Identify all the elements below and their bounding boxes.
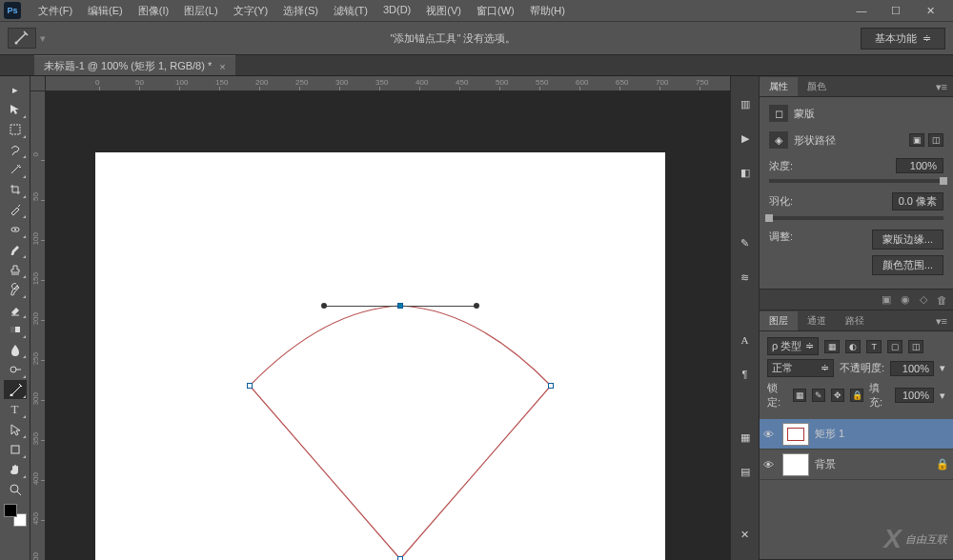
layer-row[interactable]: 👁 背景 🔒 <box>760 450 953 480</box>
filter-smart-icon[interactable]: ◫ <box>908 340 923 353</box>
footer-icon[interactable]: ◉ <box>901 293 910 306</box>
tab-color[interactable]: 颜色 <box>798 77 836 96</box>
layer-thumb[interactable] <box>782 423 809 446</box>
feather-value[interactable]: 0.0 像素 <box>892 192 943 210</box>
brush-presets-icon[interactable]: ≋ <box>737 269 754 286</box>
brush-tool[interactable] <box>4 240 27 259</box>
actions-panel-icon[interactable]: ▶ <box>737 130 754 147</box>
swatches-panel-icon[interactable]: ◧ <box>737 164 754 181</box>
crop-tool[interactable] <box>4 180 27 199</box>
move-tool[interactable] <box>4 100 27 119</box>
anchor-point-selected[interactable] <box>397 303 403 309</box>
layer-filter[interactable]: ρ 类型≑ <box>767 337 819 355</box>
footer-icon[interactable]: ▣ <box>882 293 891 306</box>
zoom-tool[interactable] <box>4 480 27 499</box>
close-button[interactable]: ✕ <box>919 3 942 18</box>
close-panel-icon[interactable]: ✕ <box>737 526 754 543</box>
menu-window[interactable]: 窗口(W) <box>469 1 522 21</box>
vector-mask-icon[interactable]: ◫ <box>928 133 943 147</box>
menu-view[interactable]: 视图(V) <box>418 1 469 21</box>
tab-paths[interactable]: 路径 <box>836 311 874 330</box>
filter-image-icon[interactable]: ▦ <box>824 340 840 353</box>
menu-select[interactable]: 选择(S) <box>275 1 326 21</box>
type-tool[interactable]: T <box>4 400 27 419</box>
wand-tool[interactable] <box>4 160 27 179</box>
marquee-tool[interactable] <box>4 120 27 139</box>
feather-slider[interactable] <box>769 216 943 220</box>
bezier-handle[interactable] <box>474 303 479 309</box>
footer-icon[interactable]: ◇ <box>920 293 927 306</box>
filter-type-icon[interactable]: T <box>866 340 882 353</box>
fill-input[interactable]: 100% <box>895 388 934 403</box>
foreground-color[interactable] <box>4 504 17 517</box>
menu-3d[interactable]: 3D(D) <box>375 1 418 21</box>
lock-all-icon[interactable]: 🔒 <box>850 389 863 402</box>
history-panel-icon[interactable]: ▥ <box>737 95 754 112</box>
history-brush-tool[interactable] <box>4 280 27 299</box>
color-range-button[interactable]: 颜色范围... <box>872 255 943 275</box>
gradient-tool[interactable] <box>4 320 27 339</box>
canvas-area[interactable]: 0501001502002503003504004505005506006507… <box>30 76 730 560</box>
ruler-vertical[interactable]: 050100150200250300350400450500550600 <box>30 91 46 560</box>
panel-menu-icon[interactable]: ▾≡ <box>930 312 953 330</box>
density-slider[interactable] <box>769 179 943 183</box>
opacity-input[interactable]: 100% <box>890 361 934 376</box>
menu-type[interactable]: 文字(Y) <box>226 1 276 21</box>
layer-name[interactable]: 矩形 1 <box>815 427 844 441</box>
ruler-horizontal[interactable]: 0501001502002503003504004505005506006507… <box>46 76 730 91</box>
anchor-point[interactable] <box>397 556 403 560</box>
color-swatches[interactable] <box>4 504 27 527</box>
layer-thumb[interactable] <box>782 453 809 476</box>
anchor-point[interactable] <box>247 383 253 389</box>
lock-pos-icon[interactable]: ✥ <box>831 389 844 402</box>
layer-row[interactable]: 👁 矩形 1 <box>760 419 953 450</box>
visibility-icon[interactable]: 👁 <box>763 459 777 470</box>
brush-panel-icon[interactable]: ✎ <box>737 234 754 251</box>
tab-close-icon[interactable]: × <box>219 61 225 72</box>
maximize-button[interactable]: ☐ <box>884 3 907 18</box>
filter-shape-icon[interactable]: ▢ <box>887 340 902 353</box>
lock-trans-icon[interactable]: ▦ <box>793 389 806 402</box>
anchor-point[interactable] <box>548 383 554 389</box>
shape-tool[interactable] <box>4 440 27 459</box>
adjustments-panel-icon[interactable]: ▤ <box>737 463 754 480</box>
mask-edge-button[interactable]: 蒙版边缘... <box>872 230 943 250</box>
bezier-handle[interactable] <box>321 303 327 309</box>
menu-help[interactable]: 帮助(H) <box>522 1 573 21</box>
current-tool-icon[interactable] <box>8 28 36 49</box>
vector-shape[interactable] <box>95 152 665 560</box>
lasso-tool[interactable] <box>4 140 27 159</box>
menu-layer[interactable]: 图层(L) <box>176 1 225 21</box>
paragraph-panel-icon[interactable]: ¶ <box>737 366 754 383</box>
eraser-tool[interactable] <box>4 300 27 319</box>
panel-menu-icon[interactable]: ▾≡ <box>930 78 953 96</box>
menu-file[interactable]: 文件(F) <box>30 1 80 21</box>
minimize-button[interactable]: — <box>850 3 873 18</box>
tab-properties[interactable]: 属性 <box>760 77 798 96</box>
workspace-switcher[interactable]: 基本功能≑ <box>861 28 945 50</box>
character-panel-icon[interactable]: A <box>737 331 754 349</box>
layer-name[interactable]: 背景 <box>815 457 836 471</box>
hand-tool[interactable] <box>4 460 27 479</box>
blur-tool[interactable] <box>4 340 27 359</box>
stamp-tool[interactable] <box>4 260 27 279</box>
trash-icon[interactable]: 🗑 <box>937 294 947 306</box>
density-value[interactable]: 100% <box>896 158 943 173</box>
eyedropper-tool[interactable] <box>4 200 27 219</box>
expand-handle[interactable]: ▸ <box>4 80 27 99</box>
document-tab[interactable]: 未标题-1 @ 100% (矩形 1, RGB/8) * × <box>34 55 235 75</box>
heal-tool[interactable] <box>4 220 27 239</box>
pixel-mask-icon[interactable]: ▣ <box>909 133 924 147</box>
menu-filter[interactable]: 滤镜(T) <box>326 1 375 21</box>
document-canvas[interactable] <box>95 152 665 560</box>
pen-tool[interactable] <box>4 380 27 399</box>
tab-layers[interactable]: 图层 <box>760 311 798 330</box>
visibility-icon[interactable]: 👁 <box>763 429 777 440</box>
tab-channels[interactable]: 通道 <box>798 311 836 330</box>
dodge-tool[interactable] <box>4 360 27 379</box>
menu-image[interactable]: 图像(I) <box>131 1 176 21</box>
lock-paint-icon[interactable]: ✎ <box>812 389 825 402</box>
filter-adjust-icon[interactable]: ◐ <box>845 340 861 353</box>
blend-mode[interactable]: 正常≑ <box>767 359 834 377</box>
menu-edit[interactable]: 编辑(E) <box>80 1 131 21</box>
